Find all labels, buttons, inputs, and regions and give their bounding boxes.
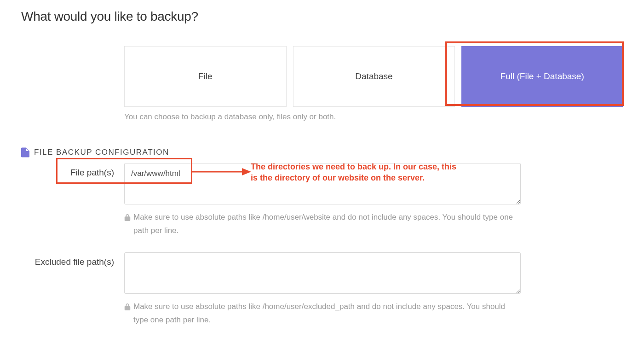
file-paths-label: File path(s) (21, 163, 124, 178)
page-title: What would you like to backup? (21, 9, 623, 24)
file-paths-input[interactable] (124, 163, 521, 204)
option-full[interactable]: Full (File + Database) (461, 46, 623, 107)
file-icon (21, 147, 29, 157)
file-paths-help-text: Make sure to use absolute paths like /ho… (133, 211, 521, 238)
option-file-label: File (198, 71, 213, 82)
options-helper-text: You can choose to backup a database only… (124, 112, 623, 122)
file-paths-row: File path(s) Make sure to use absolute p… (21, 163, 623, 250)
backup-type-options: File Database Full (File + Database) (124, 46, 623, 107)
option-database[interactable]: Database (293, 46, 455, 107)
lock-icon (124, 214, 131, 221)
option-database-label: Database (355, 71, 392, 82)
option-full-label: Full (File + Database) (500, 71, 584, 82)
excluded-paths-input[interactable] (124, 252, 521, 294)
option-file[interactable]: File (124, 46, 287, 107)
excluded-paths-help: Make sure to use absolute paths like /ho… (124, 300, 521, 327)
excluded-paths-row: Excluded file path(s) Make sure to use a… (21, 252, 623, 338)
excluded-paths-help-text: Make sure to use absolute paths like /ho… (133, 300, 521, 327)
lock-icon (124, 303, 131, 310)
section-title: FILE BACKUP CONFIGURATION (34, 148, 169, 157)
section-header: FILE BACKUP CONFIGURATION (21, 147, 623, 157)
excluded-paths-label: Excluded file path(s) (21, 252, 124, 267)
file-paths-help: Make sure to use absolute paths like /ho… (124, 211, 521, 238)
